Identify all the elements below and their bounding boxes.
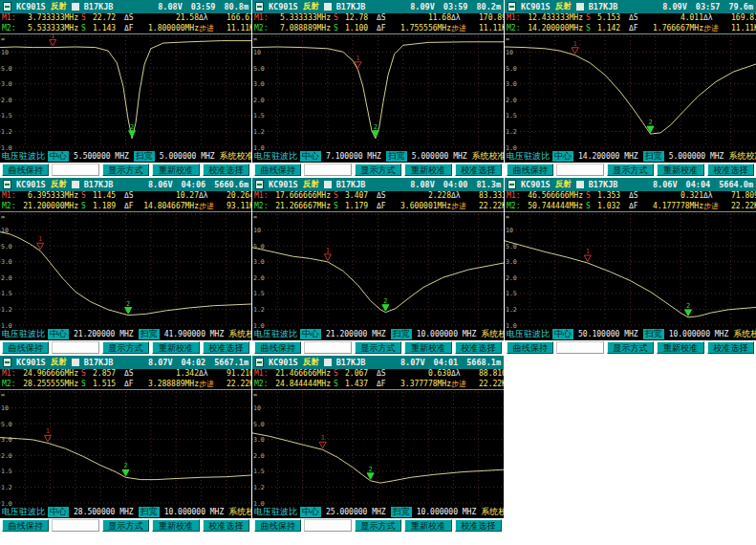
marker2-readout: M2: 28.255555MHz S 1.515 ΔF 3.288889MHz …: [0, 379, 251, 389]
center-chip[interactable]: 中心: [300, 151, 321, 162]
softkey-recalibrate[interactable]: 重新校准: [152, 341, 199, 354]
voltage-readout: 8.07V: [400, 358, 425, 367]
softkey-cal-select[interactable]: 校准选择: [203, 164, 249, 176]
softkey-row: 曲线保持 显示方式 重新校准 校准选择: [0, 340, 251, 355]
softkey-cal-select[interactable]: 校准选择: [707, 341, 754, 354]
marker2-frequency: 7.088889MHz: [270, 24, 331, 33]
softkey-recalibrate[interactable]: 重新校准: [404, 164, 451, 176]
softkey-curve-hold[interactable]: 曲线保持: [2, 341, 49, 354]
svg-text:1.0: 1.0: [253, 322, 265, 329]
softkey-curve-hold[interactable]: 曲线保持: [507, 341, 553, 354]
softkey-row: 曲线保持 显示方式 重新校准 校准选择: [252, 163, 504, 177]
softkey-curve-hold[interactable]: 曲线保持: [507, 164, 553, 176]
range-readout: 81.3m: [476, 180, 501, 189]
softkey-cal-select[interactable]: 校准选择: [455, 519, 502, 532]
softkey-display-mode[interactable]: 显示方式: [102, 341, 149, 354]
marker2-swr-value: 1.032: [594, 202, 629, 210]
softkey-row: 曲线保持 显示方式 重新校准 校准选择: [0, 518, 251, 533]
softkey-display-mode[interactable]: 显示方式: [102, 164, 149, 176]
svg-text:2.0: 2.0: [1, 97, 12, 104]
span-chip[interactable]: 扫宽: [134, 151, 155, 162]
status-bar: 电压驻波比 中心 21.200000 MHZ 扫宽 41.900000 MHZ …: [0, 328, 251, 340]
softkey-recalibrate[interactable]: 重新校准: [657, 164, 703, 176]
delta-lambda-label: Δλ: [451, 369, 476, 378]
center-chip[interactable]: 中心: [48, 329, 69, 339]
softkey-display-mode[interactable]: 显示方式: [355, 341, 401, 354]
battery-id: B17KJB: [84, 358, 114, 367]
softkey-recalibrate[interactable]: 重新校准: [152, 164, 199, 176]
softkey-blank[interactable]: [556, 341, 603, 354]
softkey-blank[interactable]: [52, 164, 98, 176]
softkey-blank[interactable]: [52, 341, 98, 354]
softkey-blank[interactable]: [52, 519, 98, 532]
svg-text:2: 2: [648, 119, 652, 126]
svg-text:10: 10: [1, 49, 9, 56]
softkey-curve-hold[interactable]: 曲线保持: [2, 164, 49, 176]
vswr-trace-svg: ∞105.03.02.01.51.21.012: [0, 34, 251, 150]
softkey-blank[interactable]: [304, 164, 351, 176]
svg-text:10: 10: [1, 404, 9, 412]
softkey-display-mode[interactable]: 显示方式: [355, 164, 401, 176]
center-frequency: 7.100000 MHZ: [324, 152, 383, 161]
softkey-display-mode[interactable]: 显示方式: [102, 519, 149, 532]
delta-f-value: 1.766667MHz: [646, 24, 703, 33]
delta-s-label: ΔS: [124, 13, 141, 22]
softkey-cal-select[interactable]: 校准选择: [707, 164, 754, 176]
marker1-readout: M1: 21.466666MHz S 2.067 ΔS 0.630 Δλ 88.…: [252, 369, 504, 380]
softkey-cal-select[interactable]: 校准选择: [455, 341, 502, 354]
battery-id: B17KJB: [589, 180, 618, 189]
softkey-blank[interactable]: [556, 164, 603, 176]
battery-icon: [576, 181, 584, 188]
device-model: KC901S: [521, 180, 551, 189]
marker1-readout: M1: 12.433333MHz S 5.153 ΔS 4.011 Δλ 169…: [505, 13, 756, 24]
softkey-recalibrate[interactable]: 重新校准: [404, 341, 451, 354]
marker1-readout: M1: 3.733333MHz S 22.72 ΔS 21.58 Δλ 166.…: [0, 13, 251, 24]
status-bar: 电压驻波比 中心 7.100000 MHZ 扫宽 5.000000 MHZ 系统…: [252, 150, 504, 163]
center-chip[interactable]: 中心: [300, 507, 321, 517]
softkey-curve-hold[interactable]: 曲线保持: [254, 164, 301, 176]
softkey-curve-hold[interactable]: 曲线保持: [254, 519, 301, 532]
marker2-label: M2:: [507, 24, 522, 33]
span-chip[interactable]: 扫宽: [391, 507, 412, 517]
status-bar: 电压驻波比 中心 50.100000 MHZ 扫宽 10.000000 MHZ …: [505, 328, 756, 340]
svg-text:1.5: 1.5: [253, 113, 265, 120]
softkey-blank[interactable]: [304, 519, 351, 532]
softkey-display-mode[interactable]: 显示方式: [607, 341, 654, 354]
battery-id: B17KJB: [84, 2, 114, 11]
center-chip[interactable]: 中心: [48, 151, 69, 162]
marker2-swr-value: 1.142: [594, 24, 629, 33]
marker2-readout: M2: 50.744444MHz S 1.032 ΔF 4.177778MHz …: [505, 201, 756, 211]
softkey-display-mode[interactable]: 显示方式: [607, 164, 654, 176]
softkey-cal-select[interactable]: 校准选择: [203, 519, 249, 532]
svg-text:1.5: 1.5: [1, 291, 12, 298]
softkey-recalibrate[interactable]: 重新校准: [404, 519, 451, 532]
step-label: 步进: [451, 201, 476, 211]
span-chip[interactable]: 扫宽: [643, 151, 664, 162]
device-icon: [3, 180, 11, 189]
softkey-cal-select[interactable]: 校准选择: [203, 341, 249, 354]
softkey-recalibrate[interactable]: 重新校准: [152, 519, 199, 532]
span-frequency: 10.000000 MHZ: [667, 330, 731, 338]
center-chip[interactable]: 中心: [552, 329, 573, 339]
svg-text:2: 2: [126, 300, 130, 308]
span-chip[interactable]: 扫宽: [391, 329, 412, 339]
marker1-s-label: S: [331, 13, 342, 22]
measurement-label: 电压驻波比: [507, 150, 550, 163]
span-chip[interactable]: 扫宽: [139, 329, 160, 339]
svg-text:5.0: 5.0: [506, 65, 517, 73]
softkey-curve-hold[interactable]: 曲线保持: [254, 341, 301, 354]
svg-text:2: 2: [123, 463, 127, 470]
span-chip[interactable]: 扫宽: [139, 507, 160, 517]
softkey-curve-hold[interactable]: 曲线保持: [2, 519, 49, 532]
span-chip[interactable]: 扫宽: [643, 329, 664, 339]
softkey-display-mode[interactable]: 显示方式: [355, 519, 401, 532]
softkey-blank[interactable]: [304, 341, 351, 354]
center-chip[interactable]: 中心: [48, 507, 69, 517]
softkey-cal-select[interactable]: 校准选择: [455, 164, 502, 176]
softkey-recalibrate[interactable]: 重新校准: [657, 341, 703, 354]
svg-text:∞: ∞: [253, 35, 257, 43]
center-chip[interactable]: 中心: [300, 329, 321, 339]
voltage-readout: 8.06V: [653, 180, 678, 189]
center-chip[interactable]: 中心: [552, 151, 573, 162]
span-chip[interactable]: 扫宽: [386, 151, 407, 162]
